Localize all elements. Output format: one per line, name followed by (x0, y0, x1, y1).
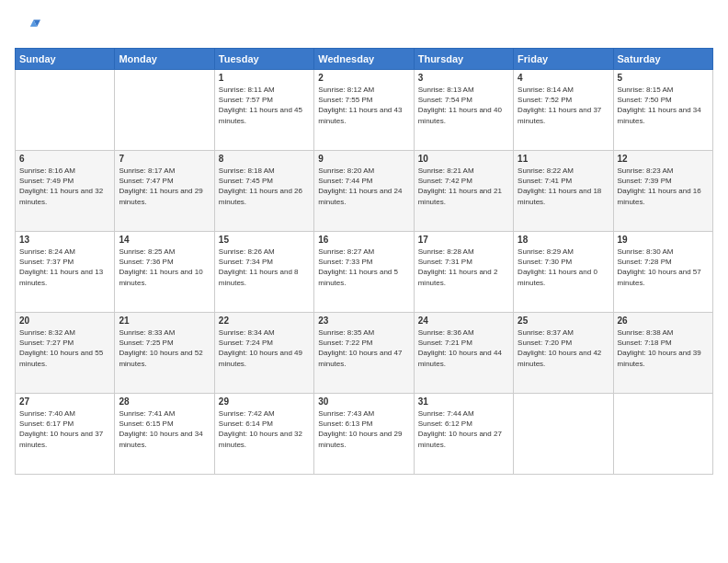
day-number: 10 (418, 154, 509, 164)
calendar-cell: 25Sunrise: 8:37 AM Sunset: 7:20 PM Dayli… (514, 313, 613, 394)
calendar-cell: 10Sunrise: 8:21 AM Sunset: 7:42 PM Dayli… (414, 151, 513, 232)
day-info: Sunrise: 8:18 AM Sunset: 7:45 PM Dayligh… (219, 166, 310, 207)
day-number: 26 (618, 316, 709, 326)
day-number: 22 (219, 316, 310, 326)
day-info: Sunrise: 8:22 AM Sunset: 7:41 PM Dayligh… (518, 166, 609, 207)
day-number: 6 (19, 154, 110, 164)
day-info: Sunrise: 8:37 AM Sunset: 7:20 PM Dayligh… (518, 327, 609, 369)
logo-icon (15, 15, 40, 40)
day-info: Sunrise: 7:43 AM Sunset: 6:13 PM Dayligh… (318, 408, 409, 450)
calendar-cell (514, 394, 613, 475)
day-number: 21 (119, 316, 210, 326)
calendar-cell: 27Sunrise: 7:40 AM Sunset: 6:17 PM Dayli… (16, 394, 115, 475)
day-info: Sunrise: 8:21 AM Sunset: 7:42 PM Dayligh… (418, 166, 509, 207)
calendar-cell: 11Sunrise: 8:22 AM Sunset: 7:41 PM Dayli… (514, 151, 613, 232)
day-info: Sunrise: 7:44 AM Sunset: 6:12 PM Dayligh… (418, 408, 509, 450)
day-info: Sunrise: 8:30 AM Sunset: 7:28 PM Dayligh… (618, 247, 709, 288)
day-info: Sunrise: 8:33 AM Sunset: 7:25 PM Dayligh… (119, 327, 210, 369)
day-number: 8 (219, 154, 310, 164)
day-number: 16 (318, 235, 409, 245)
day-info: Sunrise: 8:36 AM Sunset: 7:21 PM Dayligh… (418, 327, 509, 369)
calendar-cell: 22Sunrise: 8:34 AM Sunset: 7:24 PM Dayli… (214, 313, 313, 394)
calendar-cell: 6Sunrise: 8:16 AM Sunset: 7:49 PM Daylig… (16, 151, 115, 232)
day-number: 11 (518, 154, 609, 164)
day-info: Sunrise: 7:42 AM Sunset: 6:14 PM Dayligh… (219, 408, 310, 450)
day-info: Sunrise: 8:14 AM Sunset: 7:52 PM Dayligh… (518, 85, 609, 126)
day-info: Sunrise: 8:15 AM Sunset: 7:50 PM Dayligh… (618, 85, 709, 126)
calendar-cell: 4Sunrise: 8:14 AM Sunset: 7:52 PM Daylig… (514, 70, 613, 151)
day-info: Sunrise: 8:13 AM Sunset: 7:54 PM Dayligh… (418, 85, 509, 126)
calendar-cell: 5Sunrise: 8:15 AM Sunset: 7:50 PM Daylig… (613, 70, 712, 151)
day-number: 29 (219, 396, 310, 407)
day-info: Sunrise: 8:23 AM Sunset: 7:39 PM Dayligh… (618, 166, 709, 207)
calendar-cell: 26Sunrise: 8:38 AM Sunset: 7:18 PM Dayli… (613, 313, 712, 394)
calendar-cell: 17Sunrise: 8:28 AM Sunset: 7:31 PM Dayli… (414, 232, 513, 313)
calendar-cell: 8Sunrise: 8:18 AM Sunset: 7:45 PM Daylig… (214, 151, 313, 232)
day-number: 12 (618, 154, 709, 164)
calendar-cell: 23Sunrise: 8:35 AM Sunset: 7:22 PM Dayli… (314, 313, 414, 394)
week-row-3: 20Sunrise: 8:32 AM Sunset: 7:27 PM Dayli… (16, 313, 713, 394)
day-info: Sunrise: 8:35 AM Sunset: 7:22 PM Dayligh… (318, 327, 409, 369)
header-cell-saturday: Saturday (613, 49, 712, 70)
calendar-cell: 18Sunrise: 8:29 AM Sunset: 7:30 PM Dayli… (514, 232, 613, 313)
day-number: 15 (219, 235, 310, 245)
calendar-cell: 24Sunrise: 8:36 AM Sunset: 7:21 PM Dayli… (414, 313, 513, 394)
calendar-cell: 2Sunrise: 8:12 AM Sunset: 7:55 PM Daylig… (314, 70, 414, 151)
day-number: 28 (119, 396, 210, 407)
day-info: Sunrise: 8:17 AM Sunset: 7:47 PM Dayligh… (119, 166, 210, 207)
day-number: 27 (19, 396, 110, 407)
day-number: 31 (418, 396, 509, 407)
day-info: Sunrise: 8:29 AM Sunset: 7:30 PM Dayligh… (518, 247, 609, 288)
calendar-body: 1Sunrise: 8:11 AM Sunset: 7:57 PM Daylig… (16, 70, 713, 475)
day-number: 9 (318, 154, 409, 164)
day-number: 7 (119, 154, 210, 164)
week-row-4: 27Sunrise: 7:40 AM Sunset: 6:17 PM Dayli… (16, 394, 713, 475)
day-number: 4 (518, 73, 609, 83)
calendar-cell: 14Sunrise: 8:25 AM Sunset: 7:36 PM Dayli… (115, 232, 214, 313)
calendar-cell: 15Sunrise: 8:26 AM Sunset: 7:34 PM Dayli… (214, 232, 313, 313)
week-row-1: 6Sunrise: 8:16 AM Sunset: 7:49 PM Daylig… (16, 151, 713, 232)
day-info: Sunrise: 8:34 AM Sunset: 7:24 PM Dayligh… (219, 327, 310, 369)
day-info: Sunrise: 8:25 AM Sunset: 7:36 PM Dayligh… (119, 247, 210, 288)
day-info: Sunrise: 8:24 AM Sunset: 7:37 PM Dayligh… (19, 247, 110, 288)
calendar-cell: 19Sunrise: 8:30 AM Sunset: 7:28 PM Dayli… (613, 232, 712, 313)
day-info: Sunrise: 8:16 AM Sunset: 7:49 PM Dayligh… (19, 166, 110, 207)
page: SundayMondayTuesdayWednesdayThursdayFrid… (0, 0, 728, 563)
day-info: Sunrise: 8:27 AM Sunset: 7:33 PM Dayligh… (318, 247, 409, 288)
day-number: 13 (19, 235, 110, 245)
day-number: 17 (418, 235, 509, 245)
day-info: Sunrise: 8:38 AM Sunset: 7:18 PM Dayligh… (618, 327, 709, 369)
calendar-cell (613, 394, 712, 475)
calendar-cell: 29Sunrise: 7:42 AM Sunset: 6:14 PM Dayli… (214, 394, 313, 475)
day-number: 18 (518, 235, 609, 245)
day-number: 20 (19, 316, 110, 326)
calendar-cell: 30Sunrise: 7:43 AM Sunset: 6:13 PM Dayli… (314, 394, 414, 475)
header-cell-thursday: Thursday (414, 49, 513, 70)
calendar-cell (115, 70, 214, 151)
header (15, 11, 713, 40)
calendar-table: SundayMondayTuesdayWednesdayThursdayFrid… (15, 48, 713, 475)
calendar-cell: 13Sunrise: 8:24 AM Sunset: 7:37 PM Dayli… (16, 232, 115, 313)
header-cell-monday: Monday (115, 49, 214, 70)
day-number: 14 (119, 235, 210, 245)
week-row-0: 1Sunrise: 8:11 AM Sunset: 7:57 PM Daylig… (16, 70, 713, 151)
calendar-header: SundayMondayTuesdayWednesdayThursdayFrid… (16, 49, 713, 70)
day-number: 1 (219, 73, 310, 83)
header-cell-sunday: Sunday (16, 49, 115, 70)
calendar-cell (16, 70, 115, 151)
calendar-cell: 12Sunrise: 8:23 AM Sunset: 7:39 PM Dayli… (613, 151, 712, 232)
header-cell-tuesday: Tuesday (214, 49, 313, 70)
day-info: Sunrise: 8:20 AM Sunset: 7:44 PM Dayligh… (318, 166, 409, 207)
day-number: 30 (318, 396, 409, 407)
day-number: 5 (618, 73, 709, 83)
calendar-cell: 16Sunrise: 8:27 AM Sunset: 7:33 PM Dayli… (314, 232, 414, 313)
calendar-cell: 31Sunrise: 7:44 AM Sunset: 6:12 PM Dayli… (414, 394, 513, 475)
day-number: 23 (318, 316, 409, 326)
header-row: SundayMondayTuesdayWednesdayThursdayFrid… (16, 49, 713, 70)
day-info: Sunrise: 8:32 AM Sunset: 7:27 PM Dayligh… (19, 327, 110, 369)
day-info: Sunrise: 8:12 AM Sunset: 7:55 PM Dayligh… (318, 85, 409, 126)
week-row-2: 13Sunrise: 8:24 AM Sunset: 7:37 PM Dayli… (16, 232, 713, 313)
calendar-cell: 20Sunrise: 8:32 AM Sunset: 7:27 PM Dayli… (16, 313, 115, 394)
day-info: Sunrise: 7:41 AM Sunset: 6:15 PM Dayligh… (119, 408, 210, 450)
day-info: Sunrise: 7:40 AM Sunset: 6:17 PM Dayligh… (19, 408, 110, 450)
